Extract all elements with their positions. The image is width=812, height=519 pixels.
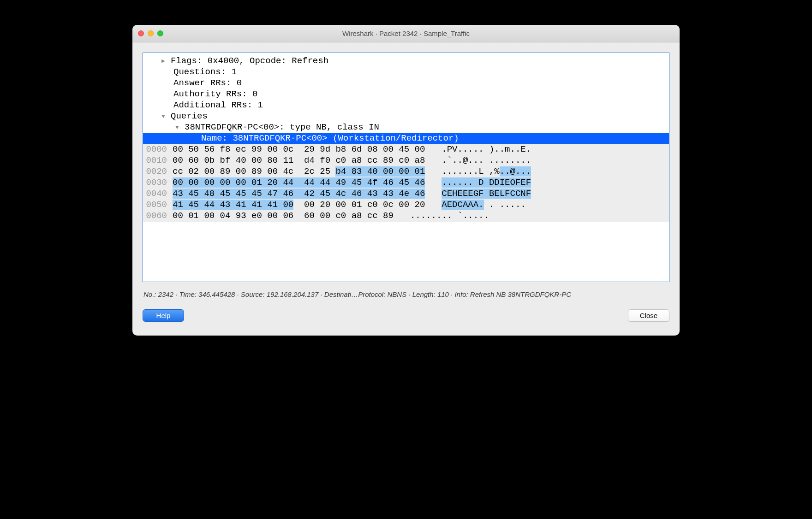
hex-row[interactable]: 000000 50 56 f8 ec 99 00 0c 29 9d b8 6d … (143, 144, 669, 155)
tree-row-query-item[interactable]: ▼ 38NTRGDFQKR-PC<00>: type NB, class IN (143, 122, 669, 133)
help-button[interactable]: Help (143, 309, 184, 322)
tree-label: Authority RRs: 0 (173, 89, 257, 100)
tree-row-authority[interactable]: Authority RRs: 0 (143, 89, 669, 100)
hex-ascii: ...... D DDIEOFEF (442, 177, 531, 188)
hex-row[interactable]: 004043 45 48 45 45 45 47 46 42 45 4c 46 … (143, 189, 669, 200)
hex-bytes: 43 45 48 45 45 45 47 46 42 45 4c 46 43 4… (173, 189, 425, 199)
hex-offset: 0030 (143, 177, 173, 188)
packet-dialog: Wireshark · Packet 2342 · Sample_Traffic… (132, 25, 680, 336)
collapse-arrow-icon[interactable]: ▼ (175, 124, 183, 131)
collapse-arrow-icon[interactable]: ▼ (161, 113, 169, 120)
close-window-icon[interactable] (138, 30, 144, 36)
tree-label: Flags: 0x4000, Opcode: Refresh (171, 56, 328, 66)
hex-bytes: 00 01 00 04 93 e0 00 06 60 00 c0 a8 cc 8… (173, 211, 394, 221)
tree-label: Name: 38NTRGDFQKR-PC<00> (Workstation/Re… (201, 133, 459, 144)
hex-offset: 0010 (143, 155, 173, 166)
hex-ascii: .......L ,%..@... (442, 166, 531, 177)
hex-offset: 0050 (143, 200, 173, 210)
hex-row[interactable]: 005041 45 44 43 41 41 41 00 00 20 00 01 … (143, 200, 669, 211)
hex-bytes: 00 60 0b bf 40 00 80 11 d4 f0 c0 a8 cc 8… (173, 155, 425, 166)
hex-row[interactable]: 006000 01 00 04 93 e0 00 06 60 00 c0 a8 … (143, 211, 669, 222)
hex-pane[interactable]: 000000 50 56 f8 ec 99 00 0c 29 9d b8 6d … (143, 144, 669, 222)
status-line: No.: 2342 · Time: 346.445428 · Source: 1… (143, 282, 669, 309)
tree-row-additional[interactable]: Additional RRs: 1 (143, 100, 669, 111)
maximize-window-icon[interactable] (157, 30, 163, 36)
tree-row-name-selected[interactable]: Name: 38NTRGDFQKR-PC<00> (Workstation/Re… (143, 133, 669, 144)
hex-ascii: .PV..... )..m..E. (442, 144, 531, 155)
titlebar[interactable]: Wireshark · Packet 2342 · Sample_Traffic (132, 25, 680, 42)
tree-row-queries[interactable]: ▼ Queries (143, 111, 669, 122)
hex-offset: 0040 (143, 189, 173, 199)
close-button[interactable]: Close (628, 309, 669, 322)
hex-offset: 0060 (143, 211, 173, 221)
hex-bytes: cc 02 00 89 00 89 00 4c 2c 25 b4 83 40 0… (173, 166, 425, 177)
packet-panel: ▶ Flags: 0x4000, Opcode: Refresh Questio… (143, 53, 669, 282)
tree-label: 38NTRGDFQKR-PC<00>: type NB, class IN (185, 122, 379, 133)
window-title: Wireshark · Packet 2342 · Sample_Traffic (132, 29, 680, 37)
hex-bytes: 00 00 00 00 00 01 20 44 44 44 49 45 4f 4… (173, 177, 425, 188)
window-controls (138, 30, 163, 36)
hex-ascii: CEHEEEGF BELFCCNF (442, 189, 531, 199)
tree-row-questions[interactable]: Questions: 1 (143, 67, 669, 78)
hex-offset: 0000 (143, 144, 173, 155)
tree-row-answer[interactable]: Answer RRs: 0 (143, 78, 669, 89)
tree-label: Answer RRs: 0 (173, 78, 242, 88)
hex-row[interactable]: 0020cc 02 00 89 00 89 00 4c 2c 25 b4 83 … (143, 166, 669, 177)
tree-row-flags[interactable]: ▶ Flags: 0x4000, Opcode: Refresh (143, 56, 669, 67)
hex-offset: 0020 (143, 166, 173, 177)
expand-arrow-icon[interactable]: ▶ (161, 58, 169, 65)
tree-label: Additional RRs: 1 (173, 100, 263, 111)
hex-row[interactable]: 003000 00 00 00 00 01 20 44 44 44 49 45 … (143, 177, 669, 189)
tree-label: Questions: 1 (173, 67, 237, 77)
button-row: Help Close (143, 309, 669, 328)
hex-row[interactable]: 001000 60 0b bf 40 00 80 11 d4 f0 c0 a8 … (143, 155, 669, 166)
minimize-window-icon[interactable] (148, 30, 154, 36)
packet-tree[interactable]: ▶ Flags: 0x4000, Opcode: Refresh Questio… (143, 53, 669, 144)
hex-bytes: 41 45 44 43 41 41 41 00 00 20 00 01 c0 0… (173, 200, 425, 210)
hex-bytes: 00 50 56 f8 ec 99 00 0c 29 9d b8 6d 08 0… (173, 144, 425, 155)
dialog-content: ▶ Flags: 0x4000, Opcode: Refresh Questio… (132, 42, 680, 336)
tree-label: Queries (171, 111, 208, 122)
hex-ascii: AEDCAAA. . ..... (442, 200, 531, 210)
hex-ascii: ........ `..... (410, 211, 489, 221)
hex-ascii: .`..@... ........ (442, 155, 531, 166)
